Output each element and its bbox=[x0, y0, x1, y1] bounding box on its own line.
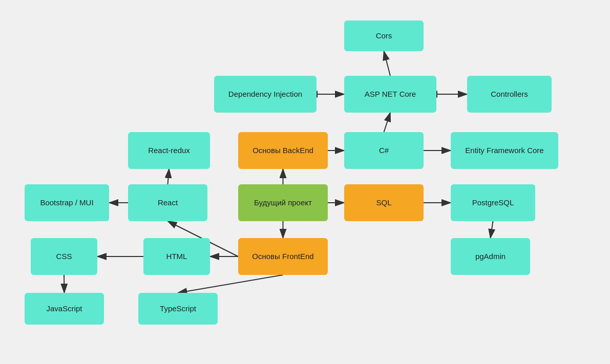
bootstrapMui-node: Bootstrap / MUI bbox=[25, 184, 109, 221]
entityFrameworkCore-node: Entity Framework Core bbox=[451, 132, 558, 169]
typeScript-node: TypeScript bbox=[138, 293, 218, 325]
reactRedux-node: React-redux bbox=[128, 132, 210, 169]
svg-line-12 bbox=[491, 221, 493, 238]
svg-line-2 bbox=[384, 51, 391, 76]
osnovyFrontend-node: Основы FrontEnd bbox=[238, 238, 328, 275]
javaScript-node: JavaScript bbox=[25, 293, 104, 325]
css-node: CSS bbox=[31, 238, 97, 275]
osnovyBackend-node: Основы BackEnd bbox=[238, 132, 328, 169]
diagram-container: CorsASP NET CoreDependency InjectionCont… bbox=[0, 0, 610, 364]
cors-node: Cors bbox=[344, 20, 424, 51]
pgAdmin-node: pgAdmin bbox=[451, 238, 530, 275]
sql-node: SQL bbox=[344, 184, 424, 221]
csharp-node: C# bbox=[344, 132, 424, 169]
svg-line-17 bbox=[64, 275, 65, 293]
html-node: HTML bbox=[143, 238, 210, 275]
budushchiyProekt-node: Будущий проект bbox=[238, 184, 328, 221]
aspNetCore-node: ASP NET Core bbox=[344, 76, 436, 113]
postgresql-node: PostgreSQL bbox=[451, 184, 535, 221]
react-node: React bbox=[128, 184, 207, 221]
dependencyInjection-node: Dependency Injection bbox=[214, 76, 317, 113]
svg-line-8 bbox=[168, 169, 170, 184]
controllers-node: Controllers bbox=[467, 76, 552, 113]
svg-line-18 bbox=[178, 275, 283, 293]
svg-line-5 bbox=[384, 113, 391, 132]
